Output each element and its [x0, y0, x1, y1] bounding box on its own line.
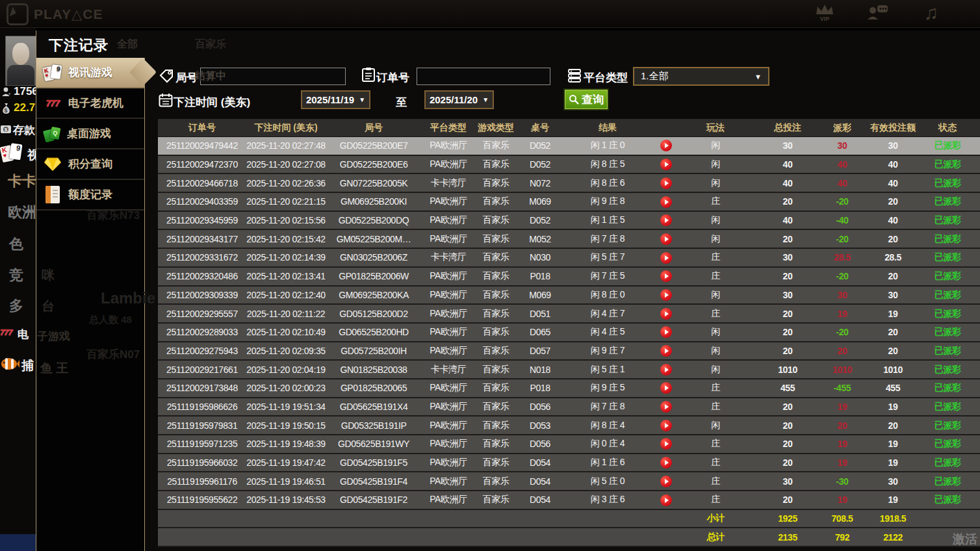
- menu-item-slots[interactable]: 777 电子老虎机: [36, 88, 144, 119]
- order-no-input[interactable]: [417, 68, 550, 85]
- play-video-icon[interactable]: [660, 270, 672, 282]
- play-video-icon[interactable]: [660, 289, 672, 301]
- play-video-icon[interactable]: [660, 438, 672, 450]
- cell-game: 百家乐: [475, 401, 517, 413]
- table-row[interactable]: 2511191959798312025-11-19 19:50:15GD0532…: [158, 416, 980, 435]
- cell-play: [652, 289, 680, 301]
- play-video-icon[interactable]: [660, 233, 672, 245]
- cell-play: [652, 438, 680, 450]
- cell-round: GD05425B191F5: [326, 457, 422, 468]
- bet-records-panel: 下注记录 K♥9 视讯游戏 777 电子老虎机 Q 桌面游戏 积分查询 额度记录: [36, 31, 980, 551]
- cell-game: 百家乐: [475, 177, 517, 189]
- lobby-kk-partial[interactable]: 卡卡: [8, 172, 36, 191]
- cell-platform: PA欧洲厅: [422, 401, 475, 413]
- menu-item-quota-records[interactable]: 额度记录: [36, 180, 144, 211]
- play-video-icon[interactable]: [660, 140, 672, 151]
- table-row[interactable]: 2511200294033592025-11-20 02:21:15GM0692…: [158, 193, 980, 212]
- cell-bet: 30: [751, 290, 825, 300]
- lobby-eu-partial[interactable]: 欧洲: [8, 203, 36, 222]
- cell-play: [652, 326, 680, 338]
- play-video-icon[interactable]: [660, 494, 672, 506]
- menu-item-points-query[interactable]: 积分查询: [36, 149, 144, 180]
- table-row[interactable]: 2511200292759432025-11-20 02:09:35GD0572…: [158, 342, 980, 361]
- nav-partial-5[interactable]: 捕: [21, 357, 34, 374]
- vip-icon[interactable]: VIP: [812, 2, 838, 24]
- cell-bet: 30: [751, 476, 825, 487]
- nav-partial-2[interactable]: 竞: [9, 266, 23, 285]
- cell-bet: 40: [751, 159, 825, 170]
- cell-result: 闲 7 庄 8: [563, 401, 652, 413]
- nav-partial-3[interactable]: 多: [9, 296, 23, 316]
- table-row[interactable]: 2511200293459592025-11-20 02:15:56GD0522…: [158, 212, 980, 231]
- play-video-icon[interactable]: [660, 364, 672, 376]
- cell-time: 2025-11-20 02:09:35: [246, 346, 326, 356]
- play-video-icon[interactable]: [660, 401, 672, 413]
- cell-bettype: 庄: [680, 438, 751, 450]
- cell-play: [652, 251, 680, 263]
- deposit-label[interactable]: 存款: [13, 123, 35, 138]
- cell-round: GD05225B200E7: [326, 140, 422, 151]
- cell-round: GD05725B200IH: [326, 346, 422, 356]
- play-video-icon[interactable]: [660, 476, 672, 487]
- table-row[interactable]: 2511200293093392025-11-20 02:12:40GM0692…: [158, 287, 980, 305]
- cell-payout: 30: [825, 290, 860, 300]
- play-video-icon[interactable]: [660, 308, 672, 320]
- play-video-icon[interactable]: [660, 196, 672, 208]
- cell-valid: 40: [860, 178, 926, 188]
- play-video-icon[interactable]: [660, 345, 672, 357]
- cell-payout: -20: [825, 196, 860, 207]
- table-row[interactable]: 2511200294794422025-11-20 02:27:48GD0522…: [158, 137, 980, 156]
- menu-item-table-games[interactable]: Q 桌面游戏: [36, 119, 144, 149]
- cell-payout: -40: [825, 215, 860, 225]
- table-row[interactable]: 2511191959556222025-11-19 19:45:53GD0542…: [158, 491, 980, 510]
- cell-platform: 卡卡湾厅: [422, 251, 475, 263]
- nav-partial-1[interactable]: 色: [9, 235, 23, 254]
- cell-play: [652, 159, 680, 170]
- table-row[interactable]: 2511200292890332025-11-20 02:10:49GD0652…: [158, 324, 980, 342]
- play-video-icon[interactable]: [660, 252, 672, 264]
- table-row[interactable]: 2511200292176612025-11-20 02:04:19GN0182…: [158, 361, 980, 379]
- cell-platform: PA欧洲厅: [422, 438, 475, 450]
- table-row[interactable]: 2511191959712352025-11-19 19:48:39GD0562…: [158, 435, 980, 454]
- cell-time: 2025-11-20 02:10:49: [246, 327, 326, 337]
- cell-status: 已派彩: [926, 289, 969, 301]
- play-video-icon[interactable]: [660, 382, 672, 394]
- customer-service-icon[interactable]: [865, 2, 891, 24]
- play-video-icon[interactable]: [660, 159, 672, 170]
- cell-time: 下注时间 (美东): [246, 122, 326, 134]
- cell-table: D053: [517, 420, 563, 431]
- play-video-icon[interactable]: [660, 457, 672, 468]
- play-video-icon[interactable]: [660, 326, 672, 338]
- search-button[interactable]: 查询: [565, 90, 608, 109]
- cell-round: GD05425B191F4: [326, 476, 422, 487]
- table-row[interactable]: 2511200294667182025-11-20 02:26:36GN0722…: [158, 174, 980, 193]
- table-row[interactable]: 2511200291738482025-11-20 02:00:23GP0182…: [158, 379, 980, 398]
- table-row[interactable]: 2511200293316722025-11-20 02:14:39GN0302…: [158, 249, 980, 268]
- table-row[interactable]: 2511191959660322025-11-19 19:47:42GD0542…: [158, 454, 980, 473]
- playace-logo: PLAY△CE: [6, 3, 103, 25]
- nav-partial-4[interactable]: 电: [18, 327, 29, 342]
- table-row[interactable]: 2511200293431772025-11-20 02:15:42GM0522…: [158, 230, 980, 249]
- table-row[interactable]: 2511191959611762025-11-19 19:46:51GD0542…: [158, 472, 980, 491]
- table-row[interactable]: 2511200292955572025-11-20 02:11:22GD0512…: [158, 305, 980, 324]
- date-to-select[interactable]: 2025/11/20▼: [424, 90, 494, 109]
- table-row[interactable]: 2511200294723702025-11-20 02:27:08GD0522…: [158, 156, 980, 175]
- cell-valid: 1010: [860, 365, 926, 375]
- cell-round: GN03025B2006Z: [326, 252, 422, 263]
- cell-valid: 30: [860, 140, 926, 151]
- cell-bettype: 闲: [680, 159, 751, 170]
- play-video-icon[interactable]: [660, 420, 672, 431]
- cell-table: D054: [517, 494, 563, 505]
- table-row[interactable]: 2511191959866262025-11-19 19:51:34GD0562…: [158, 398, 980, 417]
- round-no-input[interactable]: [200, 68, 346, 85]
- avatar[interactable]: [5, 36, 37, 86]
- play-video-icon[interactable]: [660, 214, 672, 226]
- platform-type-select[interactable]: 1.全部▼: [633, 67, 769, 86]
- menu-item-video-games[interactable]: K♥9 视讯游戏: [36, 58, 144, 88]
- table-row[interactable]: 2511200293204862025-11-20 02:13:41GP0182…: [158, 268, 980, 287]
- play-video-icon[interactable]: [660, 177, 672, 189]
- cell-play: [652, 457, 680, 468]
- music-icon[interactable]: ♫: [918, 2, 944, 24]
- cell-payout: 19: [825, 309, 860, 319]
- date-from-select[interactable]: 2025/11/19▼: [301, 90, 370, 109]
